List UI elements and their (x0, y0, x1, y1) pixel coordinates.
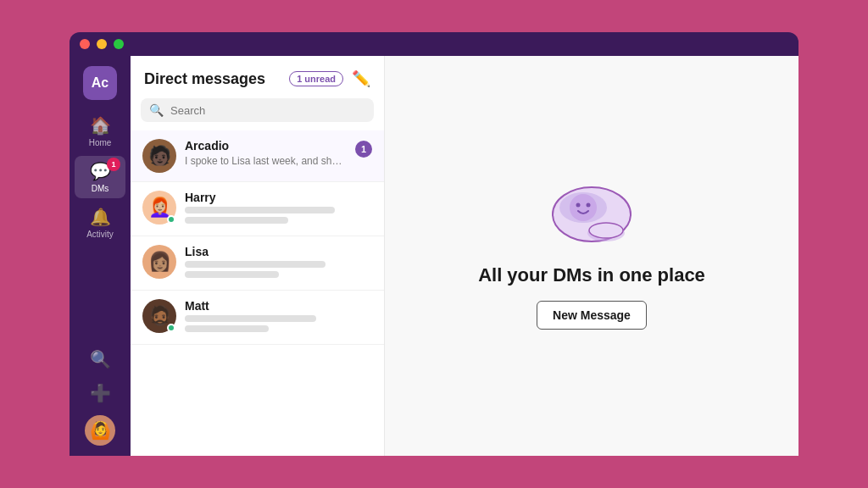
minimize-button[interactable] (97, 39, 107, 49)
lisa-name: Lisa (185, 245, 372, 258)
matt-content: Matt (185, 299, 372, 336)
maximize-button[interactable] (114, 39, 124, 49)
harry-preview-line1 (185, 207, 335, 214)
lisa-avatar: 👩🏽 (142, 245, 176, 279)
sidebar: Ac 🏠 Home 1 💬 DMs 🔔 Activity 🔍 ➕ (70, 56, 131, 456)
harry-avatar-wrap: 👩🏼‍🦰 (142, 191, 176, 225)
sidebar-search-button[interactable]: 🔍 (75, 344, 125, 374)
lisa-preview-line2 (185, 271, 279, 278)
search-bar: 🔍 (141, 98, 374, 122)
sidebar-item-dms-label: DMs (92, 184, 109, 193)
arcadio-unread-count: 1 (355, 141, 372, 158)
dm-panel-title: Direct messages (144, 70, 281, 88)
lisa-avatar-wrap: 👩🏽 (142, 245, 176, 279)
dms-badge: 1 (107, 158, 120, 171)
sidebar-item-home[interactable]: 🏠 Home (75, 110, 125, 152)
user-avatar[interactable]: Ac (83, 66, 117, 100)
search-icon: 🔍 (149, 103, 164, 117)
sidebar-add-button[interactable]: ➕ (75, 378, 125, 408)
add-icon: ➕ (90, 383, 111, 403)
dm-list: 🧑🏿 Arcadio I spoke to Lisa last week, an… (131, 130, 384, 456)
harry-content: Harry (185, 191, 372, 227)
titlebar (70, 32, 798, 56)
search-icon: 🔍 (90, 349, 111, 369)
main-content: All your DMs in one place New Message (385, 56, 798, 456)
sidebar-item-activity-label: Activity (86, 230, 114, 239)
arcadio-content: Arcadio I spoke to Lisa last week, and s… (185, 139, 347, 167)
home-icon: 🏠 (90, 115, 111, 136)
matt-name: Matt (185, 299, 372, 313)
dm-item-matt[interactable]: 🧔🏾 Matt (131, 291, 384, 345)
svg-point-6 (589, 223, 623, 238)
lisa-preview-line1 (185, 261, 326, 268)
arcadio-avatar-wrap: 🧑🏿 (142, 139, 176, 173)
user-profile-avatar: 🙆 (90, 420, 111, 441)
matt-avatar-wrap: 🧔🏾 (142, 299, 176, 333)
harry-preview-line2 (185, 217, 288, 224)
harry-name: Harry (185, 191, 372, 204)
dm-header: Direct messages 1 unread ✏️ (131, 56, 384, 98)
dm-illustration (545, 182, 638, 250)
activity-icon: 🔔 (90, 207, 111, 227)
matt-preview-line1 (185, 315, 316, 322)
sidebar-item-home-label: Home (89, 138, 112, 147)
sidebar-user-profile[interactable]: 🙆 (85, 415, 115, 446)
arcadio-name: Arcadio (185, 139, 347, 152)
new-message-button[interactable]: New Message (537, 301, 647, 330)
lisa-content: Lisa (185, 245, 372, 281)
main-heading: All your DMs in one place (478, 263, 705, 288)
svg-point-2 (570, 194, 597, 221)
svg-point-3 (576, 202, 581, 207)
matt-preview-line2 (185, 325, 269, 332)
harry-online-dot (167, 215, 175, 224)
arcadio-preview: I spoke to Lisa last week, and she's hap… (185, 155, 347, 167)
search-input[interactable] (170, 104, 365, 117)
close-button[interactable] (80, 39, 90, 49)
unread-badge[interactable]: 1 unread (289, 71, 343, 86)
dm-item-harry[interactable]: 👩🏼‍🦰 Harry (131, 182, 384, 236)
dm-item-lisa[interactable]: 👩🏽 Lisa (131, 236, 384, 291)
arcadio-avatar: 🧑🏿 (142, 139, 176, 173)
matt-online-dot (167, 324, 175, 332)
dm-item-arcadio[interactable]: 🧑🏿 Arcadio I spoke to Lisa last week, an… (131, 130, 384, 182)
dm-panel: Direct messages 1 unread ✏️ 🔍 🧑🏿 Arcadio… (131, 56, 385, 456)
compose-icon[interactable]: ✏️ (352, 69, 370, 88)
sidebar-item-activity[interactable]: 🔔 Activity (75, 202, 125, 244)
sidebar-item-dms[interactable]: 1 💬 DMs (75, 156, 125, 198)
svg-point-4 (587, 202, 591, 207)
